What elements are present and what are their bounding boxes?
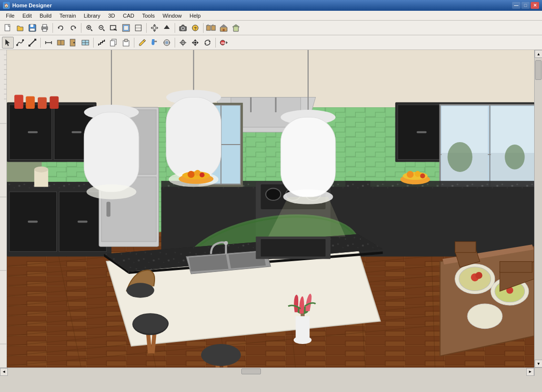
sep2-1 bbox=[40, 38, 41, 48]
left-ruler bbox=[0, 50, 7, 368]
svg-marker-35 bbox=[232, 24, 239, 27]
svg-rect-27 bbox=[206, 25, 210, 30]
cabinet-button[interactable] bbox=[55, 37, 67, 49]
dimension-button[interactable] bbox=[43, 37, 54, 49]
pencil-button[interactable] bbox=[136, 37, 148, 49]
select-button[interactable] bbox=[2, 37, 14, 49]
svg-text:?: ? bbox=[194, 26, 197, 31]
pan-button[interactable] bbox=[149, 22, 160, 34]
sep2-3 bbox=[134, 38, 134, 48]
svg-rect-239 bbox=[38, 98, 47, 109]
svg-rect-234 bbox=[500, 262, 532, 272]
sep-5 bbox=[203, 23, 204, 33]
zoom-sheet-button[interactable] bbox=[132, 22, 144, 34]
svg-rect-197 bbox=[296, 316, 310, 341]
menu-help[interactable]: Help bbox=[186, 12, 205, 20]
maximize-button[interactable]: □ bbox=[521, 2, 530, 9]
svg-marker-66 bbox=[194, 39, 197, 41]
svg-rect-3 bbox=[30, 28, 35, 31]
svg-rect-133 bbox=[72, 131, 81, 133]
arrow-up-button[interactable] bbox=[161, 22, 173, 34]
rotate-button[interactable] bbox=[202, 37, 213, 49]
svg-marker-68 bbox=[192, 41, 194, 44]
minimize-button[interactable]: — bbox=[512, 2, 520, 9]
copy-button[interactable] bbox=[108, 37, 120, 49]
close-button[interactable]: ✕ bbox=[531, 2, 539, 9]
scroll-up-button[interactable]: ▲ bbox=[535, 50, 542, 58]
sep-2 bbox=[81, 23, 81, 33]
scroll-track-vertical[interactable] bbox=[535, 58, 542, 360]
save-button[interactable] bbox=[26, 22, 38, 34]
menu-3d[interactable]: 3D bbox=[104, 12, 119, 20]
svg-rect-41 bbox=[34, 39, 36, 41]
svg-rect-240 bbox=[50, 97, 58, 109]
snap-button[interactable] bbox=[177, 37, 189, 49]
scroll-right-button[interactable]: ► bbox=[526, 368, 534, 376]
kitchen-scene bbox=[7, 50, 534, 368]
svg-rect-210 bbox=[84, 112, 139, 192]
menu-file[interactable]: File bbox=[2, 12, 19, 20]
stairs-button[interactable] bbox=[96, 37, 107, 49]
new-button[interactable] bbox=[2, 22, 14, 34]
window-button[interactable] bbox=[79, 37, 91, 49]
scroll-track-horizontal[interactable] bbox=[8, 368, 526, 376]
open-button[interactable] bbox=[14, 22, 26, 34]
app-icon: 🏠 bbox=[3, 2, 10, 9]
texture-button[interactable] bbox=[161, 37, 173, 49]
scroll-corner bbox=[534, 368, 542, 376]
svg-marker-67 bbox=[194, 44, 197, 46]
canvas-area[interactable] bbox=[7, 50, 534, 368]
zoom-in-button[interactable] bbox=[83, 22, 95, 34]
help-button[interactable]: ? bbox=[189, 22, 201, 34]
scroll-thumb-vertical[interactable] bbox=[535, 60, 542, 80]
redo-button[interactable] bbox=[67, 22, 79, 34]
scroll-left-button[interactable]: ◄ bbox=[0, 368, 8, 376]
zoom-window-button[interactable] bbox=[108, 22, 120, 34]
paint-button[interactable] bbox=[149, 37, 160, 49]
svg-point-180 bbox=[407, 171, 413, 178]
svg-point-202 bbox=[133, 314, 168, 334]
scroll-down-button[interactable]: ▼ bbox=[535, 360, 542, 368]
undo-button[interactable] bbox=[55, 22, 67, 34]
menu-tools[interactable]: Tools bbox=[138, 12, 159, 20]
svg-rect-218 bbox=[281, 117, 336, 196]
full-overview-button[interactable] bbox=[206, 22, 217, 34]
svg-rect-132 bbox=[28, 131, 38, 133]
menu-terrain[interactable]: Terrain bbox=[55, 12, 80, 20]
svg-rect-164 bbox=[416, 131, 426, 133]
svg-rect-0 bbox=[5, 24, 10, 31]
svg-rect-5 bbox=[43, 24, 47, 27]
svg-marker-191 bbox=[189, 254, 229, 271]
svg-rect-6 bbox=[43, 29, 47, 31]
menu-build[interactable]: Build bbox=[36, 12, 55, 20]
svg-rect-145 bbox=[106, 202, 110, 217]
exterior-button[interactable] bbox=[230, 22, 242, 34]
title-bar: 🏠 Home Designer — □ ✕ bbox=[0, 0, 542, 11]
menu-library[interactable]: Library bbox=[80, 12, 104, 20]
move-button[interactable] bbox=[189, 37, 201, 49]
polyline-button[interactable] bbox=[14, 37, 26, 49]
record-button[interactable]: REC bbox=[218, 37, 230, 49]
zoom-fit-button[interactable] bbox=[120, 22, 132, 34]
bottom-scrollbar: ◄ ► bbox=[0, 368, 542, 375]
svg-rect-29 bbox=[211, 25, 215, 30]
camera-button[interactable] bbox=[177, 22, 189, 34]
svg-rect-58 bbox=[154, 41, 157, 42]
menu-cad[interactable]: CAD bbox=[119, 12, 138, 20]
menu-window[interactable]: Window bbox=[158, 12, 185, 20]
scroll-thumb-horizontal[interactable] bbox=[241, 368, 261, 374]
line-button[interactable] bbox=[26, 37, 38, 49]
svg-point-243 bbox=[187, 171, 194, 178]
svg-point-227 bbox=[467, 304, 502, 329]
svg-rect-76 bbox=[0, 50, 7, 368]
svg-line-10 bbox=[91, 29, 92, 31]
svg-marker-72 bbox=[205, 43, 206, 44]
svg-marker-28 bbox=[206, 24, 208, 25]
door-button[interactable] bbox=[67, 37, 79, 49]
paste-button[interactable] bbox=[120, 37, 132, 49]
menu-edit[interactable]: Edit bbox=[19, 12, 36, 20]
house-button[interactable] bbox=[218, 22, 230, 34]
svg-marker-36 bbox=[5, 39, 10, 46]
print-button[interactable] bbox=[39, 22, 51, 34]
zoom-out-button[interactable] bbox=[96, 22, 107, 34]
